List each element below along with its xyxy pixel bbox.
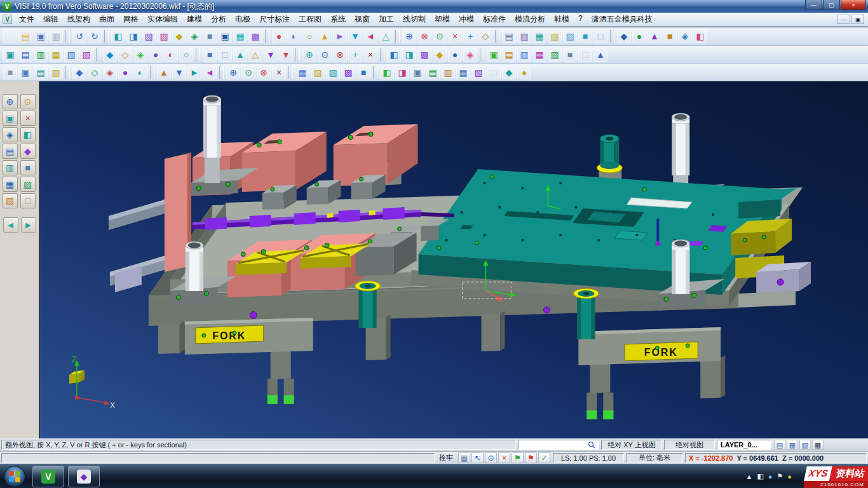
toolbar2-icon-25[interactable]: × bbox=[363, 48, 377, 62]
toolbar3-icon-34[interactable]: □ bbox=[487, 65, 501, 79]
layer-tool-icon-2[interactable]: ▧ bbox=[799, 440, 811, 450]
layer-tool-icon-3[interactable]: ▦ bbox=[812, 440, 824, 450]
toolbar1-icon-28[interactable]: ⊕ bbox=[402, 29, 416, 43]
toolbar3-icon-33[interactable]: ▧ bbox=[471, 65, 485, 79]
menu-item-10[interactable]: 工程图 bbox=[294, 13, 326, 26]
toolbar3-icon-6[interactable]: ◇ bbox=[88, 65, 102, 79]
toolbar3-icon-13[interactable]: ► bbox=[187, 65, 201, 79]
palette-icon-13[interactable]: □ bbox=[20, 193, 36, 208]
toolbar3-icon-24[interactable]: ▩ bbox=[341, 65, 355, 79]
menu-item-20[interactable]: ? bbox=[574, 13, 587, 26]
toolbar2-icon-5[interactable]: ▨ bbox=[79, 48, 93, 62]
palette-icon-6[interactable]: ▤ bbox=[3, 144, 18, 159]
tray-icon-1[interactable]: ◧ bbox=[757, 472, 763, 480]
layer-selector[interactable]: LAYER_0... bbox=[717, 440, 771, 450]
palette-icon-3[interactable]: × bbox=[20, 111, 36, 126]
menu-item-4[interactable]: 网格 bbox=[119, 13, 143, 26]
tray-icon-0[interactable]: ▲ bbox=[746, 473, 753, 480]
toolbar2-icon-11[interactable]: ◐ bbox=[164, 48, 178, 62]
toolbar1-icon-25[interactable]: ◄ bbox=[363, 29, 377, 43]
toolbar2-icon-21[interactable]: ⊕ bbox=[302, 48, 316, 62]
palette-icon-10[interactable]: ▦ bbox=[3, 177, 18, 192]
lock-label[interactable]: 拴牢 bbox=[437, 453, 456, 463]
viewport-3d[interactable]: FORK FORK bbox=[39, 81, 868, 438]
palette-nav-icon-0[interactable]: ◄ bbox=[3, 217, 18, 233]
menu-item-7[interactable]: 分析 bbox=[207, 13, 231, 26]
toolbar2-icon-8[interactable]: ◇ bbox=[118, 48, 132, 62]
toolbar2-icon-9[interactable]: ◈ bbox=[133, 48, 147, 62]
toolbar3-icon-14[interactable]: ◄ bbox=[203, 65, 217, 79]
menu-item-19[interactable]: 鞋模 bbox=[550, 13, 574, 26]
toolbar1-icon-43[interactable]: ◆ bbox=[617, 29, 631, 43]
toolbar2-icon-27[interactable]: ◧ bbox=[387, 48, 401, 62]
snap-tool-icon-0[interactable]: ▦ bbox=[458, 452, 470, 463]
menu-item-0[interactable]: 文件 bbox=[15, 13, 39, 26]
palette-nav-icon-1[interactable]: ► bbox=[21, 217, 36, 233]
toolbar1-icon-16[interactable]: ▦ bbox=[233, 29, 247, 43]
toolbar1-icon-1[interactable]: ▤ bbox=[18, 29, 32, 43]
toolbar2-icon-3[interactable]: ▦ bbox=[49, 48, 63, 62]
toolbar2-icon-4[interactable]: ▧ bbox=[64, 48, 78, 62]
toolbar3-icon-32[interactable]: ▦ bbox=[456, 65, 470, 79]
toolbar3-icon-9[interactable]: ◐ bbox=[133, 65, 147, 79]
menu-item-2[interactable]: 线架构 bbox=[63, 13, 95, 26]
toolbar1-icon-19[interactable]: ● bbox=[272, 29, 286, 43]
toolbar3-icon-11[interactable]: ▲ bbox=[157, 65, 171, 79]
toolbar3-icon-16[interactable]: ⊕ bbox=[226, 65, 240, 79]
toolbar1-icon-45[interactable]: ▲ bbox=[648, 29, 661, 43]
menu-item-9[interactable]: 尺寸标注 bbox=[255, 13, 294, 26]
mdi-minimize-button[interactable]: — bbox=[837, 15, 850, 24]
toolbar1-icon-46[interactable]: ■ bbox=[663, 29, 677, 43]
tray-icon-2[interactable]: ● bbox=[768, 473, 773, 480]
menu-item-14[interactable]: 线切割 bbox=[398, 13, 430, 26]
toolbar3-icon-21[interactable]: ▦ bbox=[295, 65, 309, 79]
toolbar2-icon-19[interactable]: ▼ bbox=[279, 48, 293, 62]
toolbar3-icon-12[interactable]: ▼ bbox=[172, 65, 186, 79]
toolbar2-icon-36[interactable]: ▥ bbox=[517, 48, 531, 62]
toolbar3-icon-36[interactable]: ● bbox=[517, 65, 531, 79]
layer-tool-icon-0[interactable]: ▤ bbox=[774, 440, 785, 450]
absolute-view-box[interactable]: 绝对视图 bbox=[664, 440, 715, 450]
toolbar1-icon-40[interactable]: ■ bbox=[578, 29, 592, 43]
toolbar1-icon-22[interactable]: ▲ bbox=[318, 29, 332, 43]
minimize-button[interactable]: — bbox=[805, 0, 822, 10]
maximize-button[interactable]: ▢ bbox=[823, 0, 840, 10]
toolbar1-icon-31[interactable]: × bbox=[448, 29, 462, 43]
toolbar1-icon-37[interactable]: ▦ bbox=[532, 29, 546, 43]
toolbar2-icon-7[interactable]: ◆ bbox=[103, 48, 117, 62]
search-input[interactable] bbox=[522, 441, 585, 449]
toolbar1-icon-20[interactable]: ◐ bbox=[287, 29, 301, 43]
toolbar2-icon-10[interactable]: ● bbox=[149, 48, 163, 62]
snap-tool-icon-2[interactable]: ⊙ bbox=[485, 452, 497, 463]
palette-icon-1[interactable]: ⊙ bbox=[20, 94, 36, 109]
toolbar2-icon-39[interactable]: ■ bbox=[563, 48, 577, 62]
palette-icon-7[interactable]: ◆ bbox=[20, 144, 36, 159]
mdi-restore-button[interactable]: ▣ bbox=[851, 15, 864, 24]
toolbar2-icon-32[interactable]: ◈ bbox=[463, 48, 477, 62]
toolbar3-icon-3[interactable]: ▥ bbox=[49, 65, 63, 79]
toolbar1-icon-30[interactable]: ⊙ bbox=[433, 29, 447, 43]
toolbar1-icon-2[interactable]: ▣ bbox=[34, 29, 48, 43]
toolbar2-icon-40[interactable]: □ bbox=[578, 48, 592, 62]
toolbar1-icon-0[interactable]: □ bbox=[3, 29, 17, 43]
tray-icon-3[interactable]: ⚑ bbox=[776, 472, 783, 480]
menu-item-1[interactable]: 编辑 bbox=[39, 13, 63, 26]
toolbar3-icon-19[interactable]: × bbox=[272, 65, 286, 79]
snap-tool-icon-5[interactable]: ⚑ bbox=[525, 452, 537, 463]
toolbar1-icon-17[interactable]: ▩ bbox=[248, 29, 262, 43]
palette-icon-8[interactable]: ▥ bbox=[3, 160, 18, 175]
tray-icon-4[interactable]: ● bbox=[787, 473, 792, 480]
toolbar1-icon-12[interactable]: ◆ bbox=[172, 29, 186, 43]
menu-item-15[interactable]: 塑模 bbox=[430, 13, 454, 26]
toolbar3-icon-2[interactable]: ▤ bbox=[34, 65, 48, 79]
toolbar1-icon-3[interactable]: ▥ bbox=[49, 29, 63, 43]
menu-item-5[interactable]: 实体编辑 bbox=[143, 13, 182, 26]
menu-item-21[interactable]: 潇洒五金模具科技 bbox=[587, 13, 657, 26]
toolbar1-icon-8[interactable]: ◧ bbox=[111, 29, 125, 43]
taskbar-app-graphics-app[interactable]: ◆ bbox=[68, 466, 100, 487]
palette-icon-12[interactable]: ▧ bbox=[3, 193, 18, 208]
palette-icon-9[interactable]: ■ bbox=[20, 160, 36, 175]
menu-item-11[interactable]: 系统 bbox=[326, 13, 350, 26]
snap-tool-icon-1[interactable]: ↖ bbox=[471, 452, 484, 463]
toolbar2-icon-29[interactable]: ▩ bbox=[417, 48, 431, 62]
